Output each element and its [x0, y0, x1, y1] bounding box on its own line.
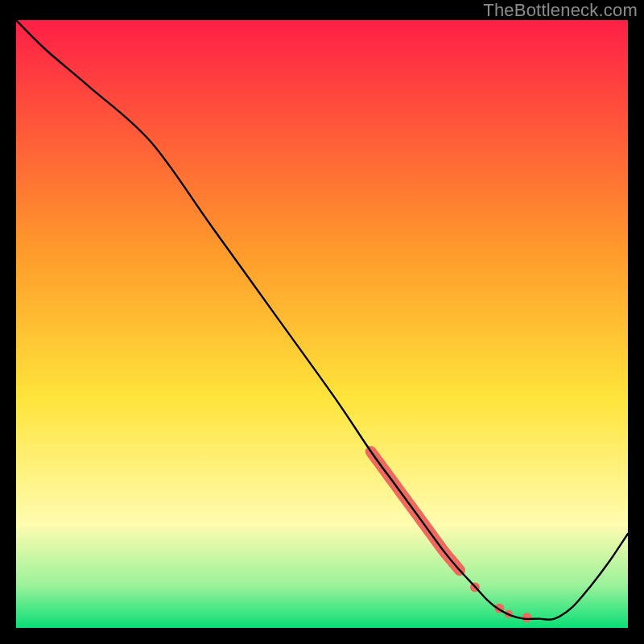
chart-frame: TheBottleneck.com [0, 0, 644, 644]
plot-area [16, 20, 628, 628]
watermark-text: TheBottleneck.com [483, 0, 638, 21]
gradient-background [16, 20, 628, 628]
chart-svg [16, 20, 628, 628]
marker-dot-3 [522, 613, 532, 622]
